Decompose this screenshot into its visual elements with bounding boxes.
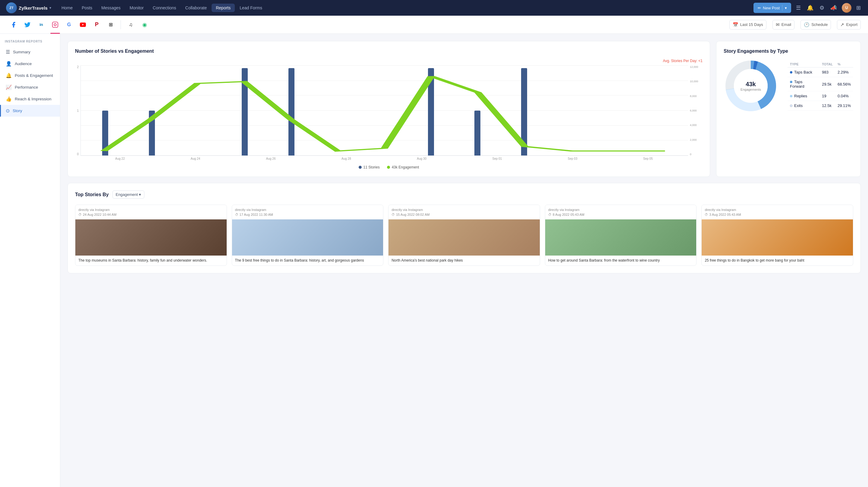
total-taps-forward: 29.5k [819, 77, 835, 91]
social-tiktok[interactable]: ♫ [124, 19, 137, 31]
sidebar: INSTAGRAM REPORTS ☰ Summary 👤 Audience 🔔… [0, 34, 60, 487]
nav-home[interactable]: Home [57, 4, 77, 12]
dot-taps-back [790, 71, 792, 73]
bar-group-aug25 [221, 65, 268, 155]
bar-group-aug29 [408, 65, 454, 155]
avatar[interactable]: U [842, 3, 851, 13]
logo-area[interactable]: ZT ZylkerTravels ▾ [6, 2, 51, 13]
total-exits: 12.5k [819, 101, 835, 111]
brand-name: ZylkerTravels [19, 5, 48, 10]
clock-icon-3: ⏱ [392, 213, 395, 216]
total-replies: 19 [819, 91, 835, 101]
reach-icon: 👍 [6, 96, 12, 102]
nav-monitor[interactable]: Monitor [125, 4, 148, 12]
social-linkedin[interactable]: in [35, 19, 48, 31]
social-bar-actions: 📅 Last 15 Days ✉ Email 🕐 Schedule ↗ Expo… [730, 20, 861, 30]
stories-header: Top Stories By Engagement ▾ [75, 190, 853, 199]
donut-chart-card: Story Engagements by Type [716, 41, 861, 177]
nav-reports[interactable]: Reports [212, 4, 235, 12]
x-aug22: Aug 22 [82, 157, 158, 160]
legend-stories: 11 Stories [359, 165, 380, 170]
stories-grid: directly via Instagram ⏱ 24 Aug 2022 10:… [75, 205, 853, 266]
main-layout: INSTAGRAM REPORTS ☰ Summary 👤 Audience 🔔… [0, 34, 868, 487]
clock-icon: 🕐 [804, 22, 809, 27]
gear-icon[interactable]: ⚙ [818, 3, 826, 12]
table-row: Taps Forward 29.5k 68.56% [787, 77, 853, 91]
social-facebook[interactable] [7, 19, 20, 31]
pct-exits: 29.11% [835, 101, 853, 111]
story-source-4: directly via Instagram [548, 208, 693, 212]
hamburger-icon[interactable]: ☰ [795, 3, 802, 12]
social-bar: in G P ⊞ ♫ ◉ 📅 Last 15 Days ✉ Email 🕐 Sc… [0, 16, 868, 34]
donut-table: TYPE TOTAL % Taps Back 983 2.29% [787, 61, 853, 111]
donut-center: 43k Engagements [741, 81, 761, 91]
bar-aug23 [149, 111, 155, 156]
story-card-3: directly via Instagram ⏱ 15 Aug 2022 08:… [388, 205, 540, 266]
top-nav: ZT ZylkerTravels ▾ Home Posts Messages M… [0, 0, 868, 16]
story-caption-5: 25 free things to do in Bangkok to get m… [702, 255, 853, 266]
social-youtube[interactable] [76, 19, 89, 31]
x-aug26: Aug 26 [233, 157, 309, 160]
bar-group-aug26a [268, 65, 315, 155]
x-sep01: Sep 01 [459, 157, 535, 160]
total-taps-back: 983 [819, 67, 835, 77]
bell-icon[interactable]: 🔔 [806, 3, 815, 12]
logo-icon: ZT [6, 2, 17, 13]
clock-icon-1: ⏱ [79, 213, 82, 216]
story-card-4: directly via Instagram ⏱ 8 Aug 2022 05:4… [545, 205, 697, 266]
nav-lead-forms[interactable]: Lead Forms [236, 4, 267, 12]
table-row: Taps Back 983 2.29% [787, 67, 853, 77]
pencil-icon: ✏ [758, 6, 761, 10]
stories-title: Top Stories By [75, 192, 109, 197]
sidebar-item-performance[interactable]: 📈 Performance [0, 81, 60, 93]
nav-connections[interactable]: Connections [149, 4, 181, 12]
megaphone-icon[interactable]: 📣 [829, 3, 838, 12]
story-meta-4: directly via Instagram ⏱ 8 Aug 2022 05:4… [545, 205, 696, 219]
bars-container [81, 65, 688, 155]
nav-messages[interactable]: Messages [97, 4, 125, 12]
social-twitter[interactable] [21, 19, 34, 31]
story-source-1: directly via Instagram [79, 208, 224, 212]
social-pinterest[interactable]: P [90, 19, 103, 31]
sidebar-item-reach-impression[interactable]: 👍 Reach & Impression [0, 93, 60, 105]
stories-vs-engagement-chart: Number of Stories vs Engagement Avg. Sto… [67, 41, 710, 177]
story-card-5: directly via Instagram ⏱ 3 Aug 2022 05:4… [701, 205, 853, 266]
nav-collaborate[interactable]: Collaborate [181, 4, 211, 12]
new-post-button[interactable]: ✏ New Post ▾ [753, 3, 791, 13]
sidebar-item-summary[interactable]: ☰ Summary [0, 46, 60, 58]
engagement-dropdown[interactable]: Engagement ▾ [113, 190, 144, 199]
sidebar-section-title: INSTAGRAM REPORTS [0, 40, 60, 46]
export-button[interactable]: ↗ Export [837, 20, 861, 30]
bar-aug29 [428, 68, 434, 155]
nav-posts[interactable]: Posts [78, 4, 96, 12]
pct-taps-back: 2.29% [835, 67, 853, 77]
bar-aug25 [242, 68, 248, 155]
type-replies: Replies [787, 91, 819, 101]
bar-group-sep03 [594, 65, 640, 155]
social-microsoft[interactable]: ⊞ [104, 19, 117, 31]
bar-sep01 [521, 68, 527, 155]
top-stories-section: Top Stories By Engagement ▾ directly via… [67, 183, 861, 273]
sidebar-item-audience[interactable]: 👤 Audience [0, 58, 60, 70]
svg-rect-0 [53, 22, 58, 27]
bar-group-aug22 [82, 65, 128, 155]
bar-group-sep04 [641, 65, 687, 155]
schedule-button[interactable]: 🕐 Schedule [801, 20, 831, 30]
type-exits: Exits [787, 101, 819, 111]
bar-aug22 [102, 111, 108, 156]
email-button[interactable]: ✉ Email [772, 20, 795, 30]
y-left-1: 1 [77, 109, 79, 113]
x-aug28: Aug 28 [309, 157, 384, 160]
social-green[interactable]: ◉ [138, 19, 151, 31]
social-instagram[interactable] [49, 19, 61, 31]
y-right-6k: 6,000 [690, 109, 697, 112]
story-caption-3: North America's best national park day h… [389, 255, 540, 266]
story-time-1: ⏱ 24 Aug 2022 10:44 AM [79, 213, 224, 216]
sidebar-item-posts-engagement[interactable]: 🔔 Posts & Engagement [0, 70, 60, 81]
grid-icon[interactable]: ⊞ [855, 3, 862, 12]
y-right-4k: 4,000 [690, 124, 697, 127]
social-google[interactable]: G [63, 19, 75, 31]
social-icons-list: in G P ⊞ ♫ ◉ [7, 19, 730, 31]
date-range-selector[interactable]: 📅 Last 15 Days [730, 20, 767, 30]
sidebar-item-story[interactable]: ⊙ Story [0, 105, 60, 117]
